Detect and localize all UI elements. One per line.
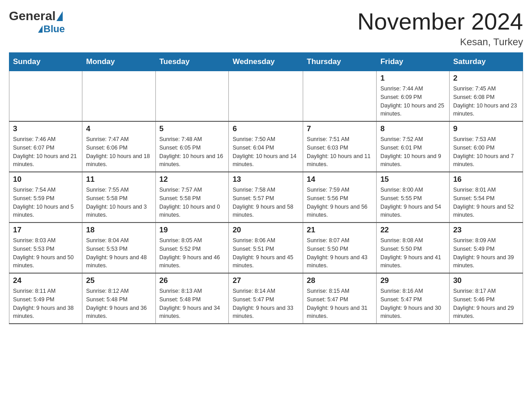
day-number: 4 bbox=[86, 124, 151, 133]
day-info: Sunrise: 8:17 AMSunset: 5:46 PMDaylight:… bbox=[453, 287, 519, 321]
day-number: 7 bbox=[307, 124, 373, 133]
day-info: Sunrise: 8:00 AMSunset: 5:55 PMDaylight:… bbox=[380, 186, 445, 219]
day-info: Sunrise: 7:59 AMSunset: 5:56 PMDaylight:… bbox=[307, 186, 373, 219]
day-number: 9 bbox=[453, 124, 519, 133]
calendar-cell: 27Sunrise: 8:14 AMSunset: 5:47 PMDayligh… bbox=[229, 273, 303, 324]
header-day-saturday: Saturday bbox=[449, 53, 523, 71]
day-info: Sunrise: 7:55 AMSunset: 5:58 PMDaylight:… bbox=[86, 186, 151, 219]
calendar-body: 1Sunrise: 7:44 AMSunset: 6:09 PMDaylight… bbox=[9, 71, 523, 324]
day-number: 27 bbox=[232, 276, 299, 285]
calendar-cell: 19Sunrise: 8:05 AMSunset: 5:52 PMDayligh… bbox=[155, 223, 229, 273]
calendar-cell: 18Sunrise: 8:04 AMSunset: 5:53 PMDayligh… bbox=[82, 223, 155, 273]
day-info: Sunrise: 7:46 AMSunset: 6:07 PMDaylight:… bbox=[13, 135, 78, 169]
calendar-cell: 20Sunrise: 8:06 AMSunset: 5:51 PMDayligh… bbox=[229, 223, 303, 273]
calendar-week-3: 10Sunrise: 7:54 AMSunset: 5:59 PMDayligh… bbox=[9, 172, 523, 223]
header-day-monday: Monday bbox=[82, 53, 155, 71]
calendar-cell: 13Sunrise: 7:58 AMSunset: 5:57 PMDayligh… bbox=[229, 172, 303, 223]
location-subtitle: Kesan, Turkey bbox=[357, 36, 523, 48]
calendar-cell: 29Sunrise: 8:16 AMSunset: 5:47 PMDayligh… bbox=[377, 273, 449, 324]
day-info: Sunrise: 8:01 AMSunset: 5:54 PMDaylight:… bbox=[453, 186, 519, 219]
day-number: 23 bbox=[453, 226, 519, 235]
day-number: 25 bbox=[86, 276, 151, 285]
day-number: 1 bbox=[380, 74, 445, 83]
calendar-cell: 16Sunrise: 8:01 AMSunset: 5:54 PMDayligh… bbox=[449, 172, 523, 223]
day-number: 6 bbox=[232, 124, 299, 133]
calendar-cell: 24Sunrise: 8:11 AMSunset: 5:49 PMDayligh… bbox=[9, 273, 82, 324]
day-number: 26 bbox=[159, 276, 225, 285]
calendar-cell: 9Sunrise: 7:53 AMSunset: 6:00 PMDaylight… bbox=[449, 121, 523, 172]
calendar-header: SundayMondayTuesdayWednesdayThursdayFrid… bbox=[9, 53, 523, 71]
day-number: 18 bbox=[86, 226, 151, 235]
header-day-friday: Friday bbox=[377, 53, 449, 71]
calendar-cell: 21Sunrise: 8:07 AMSunset: 5:50 PMDayligh… bbox=[303, 223, 377, 273]
day-info: Sunrise: 7:45 AMSunset: 6:08 PMDaylight:… bbox=[453, 85, 519, 118]
day-info: Sunrise: 8:15 AMSunset: 5:47 PMDaylight:… bbox=[307, 287, 373, 321]
day-number: 28 bbox=[307, 276, 373, 285]
day-number: 15 bbox=[380, 175, 445, 184]
day-info: Sunrise: 7:44 AMSunset: 6:09 PMDaylight:… bbox=[380, 85, 445, 118]
calendar-cell: 5Sunrise: 7:48 AMSunset: 6:05 PMDaylight… bbox=[155, 121, 229, 172]
day-number: 16 bbox=[453, 175, 519, 184]
calendar-cell: 17Sunrise: 8:03 AMSunset: 5:53 PMDayligh… bbox=[9, 223, 82, 273]
header-day-thursday: Thursday bbox=[303, 53, 377, 71]
day-info: Sunrise: 7:54 AMSunset: 5:59 PMDaylight:… bbox=[13, 186, 78, 219]
calendar-week-1: 1Sunrise: 7:44 AMSunset: 6:09 PMDaylight… bbox=[9, 71, 523, 122]
calendar-cell: 15Sunrise: 8:00 AMSunset: 5:55 PMDayligh… bbox=[377, 172, 449, 223]
header-day-tuesday: Tuesday bbox=[155, 53, 229, 71]
header-day-wednesday: Wednesday bbox=[229, 53, 303, 71]
day-info: Sunrise: 8:12 AMSunset: 5:48 PMDaylight:… bbox=[86, 287, 151, 321]
calendar-cell bbox=[9, 71, 82, 122]
day-info: Sunrise: 7:47 AMSunset: 6:06 PMDaylight:… bbox=[86, 135, 151, 169]
day-info: Sunrise: 7:53 AMSunset: 6:00 PMDaylight:… bbox=[453, 135, 519, 169]
day-number: 17 bbox=[13, 226, 78, 235]
calendar-cell: 10Sunrise: 7:54 AMSunset: 5:59 PMDayligh… bbox=[9, 172, 82, 223]
day-info: Sunrise: 7:57 AMSunset: 5:58 PMDaylight:… bbox=[159, 186, 225, 219]
day-number: 20 bbox=[232, 226, 299, 235]
calendar-cell: 6Sunrise: 7:50 AMSunset: 6:04 PMDaylight… bbox=[229, 121, 303, 172]
day-info: Sunrise: 8:07 AMSunset: 5:50 PMDaylight:… bbox=[307, 236, 373, 270]
day-info: Sunrise: 8:04 AMSunset: 5:53 PMDaylight:… bbox=[86, 236, 151, 270]
calendar-cell bbox=[229, 71, 303, 122]
day-number: 21 bbox=[307, 226, 373, 235]
calendar-cell: 23Sunrise: 8:09 AMSunset: 5:49 PMDayligh… bbox=[449, 223, 523, 273]
day-number: 8 bbox=[380, 124, 445, 133]
calendar-cell: 30Sunrise: 8:17 AMSunset: 5:46 PMDayligh… bbox=[449, 273, 523, 324]
day-info: Sunrise: 8:14 AMSunset: 5:47 PMDaylight:… bbox=[232, 287, 299, 321]
logo-triangle-icon bbox=[56, 11, 63, 21]
calendar-cell: 12Sunrise: 7:57 AMSunset: 5:58 PMDayligh… bbox=[155, 172, 229, 223]
calendar-cell bbox=[82, 71, 155, 122]
calendar-cell: 8Sunrise: 7:52 AMSunset: 6:01 PMDaylight… bbox=[377, 121, 449, 172]
calendar-week-2: 3Sunrise: 7:46 AMSunset: 6:07 PMDaylight… bbox=[9, 121, 523, 172]
day-number: 5 bbox=[159, 124, 225, 133]
page-header: General Blue November 2024 Kesan, Turkey bbox=[9, 9, 523, 48]
header-row: SundayMondayTuesdayWednesdayThursdayFrid… bbox=[9, 53, 523, 71]
calendar-cell: 28Sunrise: 8:15 AMSunset: 5:47 PMDayligh… bbox=[303, 273, 377, 324]
logo-blue-text: Blue bbox=[43, 23, 65, 35]
day-number: 10 bbox=[13, 175, 78, 184]
day-number: 13 bbox=[232, 175, 299, 184]
calendar-cell: 1Sunrise: 7:44 AMSunset: 6:09 PMDaylight… bbox=[377, 71, 449, 122]
calendar-cell bbox=[155, 71, 229, 122]
day-info: Sunrise: 8:03 AMSunset: 5:53 PMDaylight:… bbox=[13, 236, 78, 270]
calendar-cell: 3Sunrise: 7:46 AMSunset: 6:07 PMDaylight… bbox=[9, 121, 82, 172]
calendar-cell bbox=[303, 71, 377, 122]
day-info: Sunrise: 8:16 AMSunset: 5:47 PMDaylight:… bbox=[380, 287, 445, 321]
day-number: 2 bbox=[453, 74, 519, 83]
header-day-sunday: Sunday bbox=[9, 53, 82, 71]
logo-triangle2-icon bbox=[38, 26, 43, 33]
day-number: 29 bbox=[380, 276, 445, 285]
day-info: Sunrise: 7:50 AMSunset: 6:04 PMDaylight:… bbox=[232, 135, 299, 169]
day-info: Sunrise: 7:58 AMSunset: 5:57 PMDaylight:… bbox=[232, 186, 299, 219]
calendar-cell: 14Sunrise: 7:59 AMSunset: 5:56 PMDayligh… bbox=[303, 172, 377, 223]
calendar-cell: 11Sunrise: 7:55 AMSunset: 5:58 PMDayligh… bbox=[82, 172, 155, 223]
day-info: Sunrise: 7:52 AMSunset: 6:01 PMDaylight:… bbox=[380, 135, 445, 169]
day-number: 22 bbox=[380, 226, 445, 235]
day-info: Sunrise: 7:48 AMSunset: 6:05 PMDaylight:… bbox=[159, 135, 225, 169]
day-number: 19 bbox=[159, 226, 225, 235]
calendar-cell: 7Sunrise: 7:51 AMSunset: 6:03 PMDaylight… bbox=[303, 121, 377, 172]
day-number: 24 bbox=[13, 276, 78, 285]
day-info: Sunrise: 8:06 AMSunset: 5:51 PMDaylight:… bbox=[232, 236, 299, 270]
day-info: Sunrise: 7:51 AMSunset: 6:03 PMDaylight:… bbox=[307, 135, 373, 169]
calendar-week-5: 24Sunrise: 8:11 AMSunset: 5:49 PMDayligh… bbox=[9, 273, 523, 324]
calendar-cell: 26Sunrise: 8:13 AMSunset: 5:48 PMDayligh… bbox=[155, 273, 229, 324]
